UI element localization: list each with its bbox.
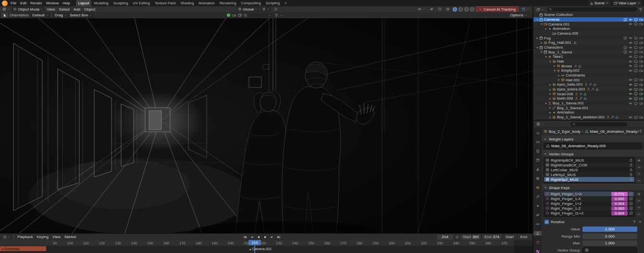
- value-slider[interactable]: 1.000: [582, 227, 637, 232]
- shape-key-row[interactable]: Right_Finger_1+Z 0.004: [544, 201, 634, 206]
- camera-icon[interactable]: [232, 13, 236, 17]
- disable-viewport-icon[interactable]: [634, 60, 638, 63]
- disable-viewport-icon[interactable]: [634, 41, 638, 45]
- outliner-row[interactable]: ▸ eyes_balls.003: [533, 82, 644, 87]
- expander-icon[interactable]: ▸: [535, 36, 539, 40]
- playhead-frame-label[interactable]: 214: [248, 240, 261, 245]
- shape-key-mute-checkbox[interactable]: [629, 211, 633, 215]
- disable-viewport-icon[interactable]: [634, 18, 638, 22]
- shape-key-value[interactable]: 0.000: [611, 206, 628, 211]
- active-tool-button[interactable]: [1, 13, 8, 18]
- workspace-tab-compositing[interactable]: Compositing: [238, 0, 263, 6]
- tab-particles[interactable]: [533, 203, 542, 208]
- outliner-row[interactable]: ▸ Hair.001: [533, 77, 644, 82]
- xray-toggle[interactable]: [445, 7, 451, 12]
- menu-object[interactable]: Object: [82, 7, 97, 12]
- outliner-row[interactable]: ▸ Fog_Hall.001: [533, 40, 644, 45]
- shape-key-mute-checkbox[interactable]: [629, 197, 633, 201]
- hide-eye-icon[interactable]: [629, 115, 632, 119]
- tab-view-layer[interactable]: [533, 158, 542, 163]
- timeline-editor-dropdown[interactable]: [1, 235, 12, 240]
- shape-key-value[interactable]: 0.004: [611, 211, 628, 215]
- disable-render-icon[interactable]: [639, 97, 643, 101]
- tab-scene[interactable]: [533, 167, 542, 172]
- lock-icon[interactable]: [629, 158, 633, 162]
- menu-render[interactable]: Render: [28, 1, 44, 5]
- expander-icon[interactable]: ▾: [535, 18, 539, 22]
- shading-material-button[interactable]: [464, 7, 469, 12]
- workspace-tab-animation[interactable]: Animation: [196, 0, 217, 6]
- outliner-row[interactable]: ▸ Boy_1_Savva.001: [533, 105, 644, 110]
- viewport-3d[interactable]: [0, 18, 533, 233]
- disable-render-icon[interactable]: [639, 78, 643, 82]
- outliner-row[interactable]: ▸ Constraints: [533, 73, 644, 78]
- workspace-tab-rendering[interactable]: Rendering: [217, 0, 239, 6]
- expander-icon[interactable]: ▸: [548, 106, 552, 110]
- menu-help[interactable]: Help: [61, 1, 72, 5]
- menu-select[interactable]: Select: [57, 7, 72, 12]
- disable-viewport-icon[interactable]: [634, 36, 638, 40]
- frame-start-field[interactable]: Start 359: [461, 235, 481, 240]
- menu-file[interactable]: File: [9, 1, 18, 5]
- disable-viewport-icon[interactable]: [634, 115, 638, 119]
- add-shape-key-button[interactable]: [635, 191, 643, 197]
- transform-orientation-dropdown[interactable]: Global: [236, 7, 259, 12]
- hide-eye-icon[interactable]: [629, 78, 632, 82]
- shading-rendered-button[interactable]: [470, 7, 474, 12]
- hide-eye-icon[interactable]: [629, 36, 632, 40]
- menu-window[interactable]: Window: [44, 1, 61, 5]
- object-visibility-dropdown[interactable]: [416, 7, 427, 12]
- properties-editor-dropdown[interactable]: [535, 122, 545, 126]
- blender-logo-icon[interactable]: [2, 0, 8, 6]
- hide-eye-icon[interactable]: [629, 101, 632, 105]
- expander-icon[interactable]: ▾: [540, 50, 544, 54]
- shape-key-value[interactable]: 0.771: [611, 192, 628, 196]
- shape-key-value[interactable]: 0.000: [611, 197, 628, 201]
- search-icon[interactable]: [244, 13, 248, 17]
- expander-icon[interactable]: ▾: [544, 55, 548, 59]
- show-overlays-toggle[interactable]: [436, 7, 443, 12]
- cancel-ai-tracking-button[interactable]: Cancel AI Tracking: [476, 6, 519, 13]
- add-workspace-button[interactable]: +: [282, 0, 289, 6]
- vertex-group-row[interactable]: LeftCollar_MUS: [544, 167, 634, 172]
- play-reverse-button[interactable]: [255, 234, 261, 240]
- lock-icon[interactable]: [629, 163, 633, 167]
- outliner-editor-dropdown[interactable]: [535, 7, 545, 12]
- close-icon[interactable]: [637, 1, 641, 5]
- outliner-row[interactable]: ▾ Take1: [533, 54, 644, 59]
- vertex-group-selector-field[interactable]: [582, 247, 637, 253]
- workspace-tab-shading[interactable]: Shading: [178, 0, 197, 6]
- pin-icon[interactable]: [632, 220, 636, 224]
- outliner-row[interactable]: ▸ Animation: [533, 26, 644, 31]
- shape-key-mute-checkbox[interactable]: [629, 206, 633, 210]
- outliner-row[interactable]: ▾ Boy_1_Savva.001: [533, 101, 644, 106]
- tab-modifiers[interactable]: [533, 194, 542, 199]
- expander-icon[interactable]: ▸: [548, 88, 552, 91]
- disable-render-icon[interactable]: [639, 46, 643, 50]
- mesh-name-field[interactable]: Male_06_Animation_Ready.005: [544, 143, 642, 149]
- panel-vertex-groups[interactable]: ▾ Vertex Groups: [542, 151, 644, 157]
- outliner-row[interactable]: ▸ head.008: [533, 91, 644, 96]
- disable-render-icon[interactable]: [639, 50, 643, 54]
- shape-key-mute-checkbox[interactable]: [629, 202, 633, 205]
- close-icon[interactable]: [606, 1, 609, 5]
- expander-icon[interactable]: ▾: [535, 46, 539, 50]
- expander-icon[interactable]: ▾: [548, 60, 552, 63]
- editor-type-dropdown[interactable]: [1, 7, 12, 12]
- expander-icon[interactable]: ▸: [548, 115, 552, 119]
- menu-keying[interactable]: Keying: [35, 235, 50, 239]
- outliner-row[interactable]: ▾ Boy_1_Savva: [533, 50, 644, 54]
- disable-viewport-icon[interactable]: [634, 46, 638, 50]
- outliner-row[interactable]: ▸ Animation: [533, 110, 644, 115]
- auto-keying-toggle[interactable]: [455, 235, 459, 239]
- hide-eye-icon[interactable]: [629, 55, 632, 59]
- expander-icon[interactable]: ▾: [553, 69, 557, 73]
- editor-divider[interactable]: [533, 6, 533, 253]
- hide-eye-icon[interactable]: [629, 60, 632, 63]
- shape-keys-list[interactable]: Right_Finger_1+X 0.771 Right_Finger_1-X …: [544, 191, 635, 217]
- move-up-button[interactable]: [635, 177, 643, 184]
- lock-icon[interactable]: [629, 173, 633, 177]
- filter-funnel-icon[interactable]: [639, 8, 643, 12]
- snapping-dropdown[interactable]: [260, 7, 271, 12]
- proportional-edit-toggle[interactable]: [272, 7, 279, 12]
